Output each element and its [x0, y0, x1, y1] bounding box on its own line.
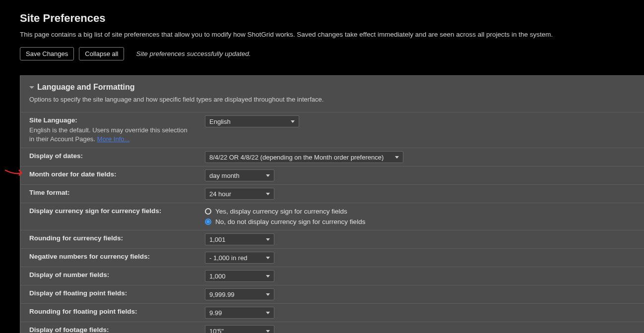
- time-format-label: Time format:: [20, 185, 199, 203]
- section-title: Language and Formatting: [37, 83, 134, 92]
- section-description: Options to specify the site language and…: [29, 92, 635, 109]
- save-changes-button[interactable]: Save Changes: [20, 47, 74, 60]
- currency-sign-no-label: No, do not display currency sign for cur…: [215, 218, 365, 225]
- status-message: Site preferences successfully updated.: [136, 50, 251, 57]
- section-toggle[interactable]: Language and Formatting: [29, 83, 635, 92]
- display-dates-select[interactable]: 8/4/22 OR 4/8/22 (depending on the Month…: [205, 151, 403, 163]
- currency-sign-yes-radio[interactable]: [205, 208, 211, 215]
- row-display-number: Display of number fields: 1,000: [20, 267, 644, 285]
- time-format-select[interactable]: 24 hour: [205, 188, 274, 200]
- negative-currency-label: Negative numbers for currency fields:: [20, 249, 199, 267]
- site-language-help: English is the default. Users may overri…: [29, 126, 193, 144]
- page-title: Site Preferences: [20, 12, 624, 25]
- display-number-select[interactable]: 1,000: [205, 270, 274, 282]
- site-language-label: Site Language:: [29, 116, 193, 124]
- row-time-format: Time format: 24 hour: [20, 184, 644, 203]
- row-rounding-currency: Rounding for currency fields: 1,001: [20, 230, 644, 248]
- month-order-label: Month order for date fields:: [20, 166, 199, 184]
- month-order-select[interactable]: day month: [205, 169, 274, 181]
- display-number-label: Display of number fields:: [20, 267, 199, 285]
- rounding-float-label: Rounding for floating point fields:: [20, 304, 199, 322]
- display-dates-label: Display of dates:: [20, 148, 199, 166]
- row-negative-currency: Negative numbers for currency fields: - …: [20, 248, 644, 267]
- currency-sign-label: Display currency sign for currency field…: [20, 203, 199, 230]
- display-float-label: Display of floating point fields:: [20, 285, 199, 303]
- rounding-currency-label: Rounding for currency fields:: [20, 230, 199, 248]
- site-language-select[interactable]: English: [205, 115, 299, 127]
- rounding-currency-select[interactable]: 1,001: [205, 233, 274, 245]
- collapse-all-button[interactable]: Collapse all: [79, 47, 124, 60]
- display-footage-label: Display of footage fields:: [20, 322, 199, 333]
- preferences-panel: Language and Formatting Options to speci…: [20, 75, 644, 333]
- negative-currency-select[interactable]: - 1,000 in red: [205, 252, 274, 264]
- row-display-footage: Display of footage fields: 10'5": [20, 322, 644, 333]
- row-rounding-float: Rounding for floating point fields: 9.99: [20, 303, 644, 322]
- more-info-link[interactable]: More Info...: [97, 135, 130, 143]
- page-description: This page contains a big list of site pr…: [20, 31, 624, 38]
- display-footage-select[interactable]: 10'5": [205, 325, 274, 333]
- currency-sign-no-radio[interactable]: [205, 219, 211, 225]
- display-float-select[interactable]: 9,999.99: [205, 288, 274, 300]
- row-month-order: Month order for date fields: day month: [20, 166, 644, 184]
- currency-sign-yes-label: Yes, display currency sign for currency …: [215, 208, 347, 215]
- chevron-down-icon: [29, 86, 34, 89]
- rounding-float-select[interactable]: 9.99: [205, 307, 274, 319]
- row-display-float: Display of floating point fields: 9,999.…: [20, 285, 644, 303]
- row-site-language: Site Language: English is the default. U…: [20, 112, 644, 148]
- row-display-dates: Display of dates: 8/4/22 OR 4/8/22 (depe…: [20, 148, 644, 166]
- row-currency-sign: Display currency sign for currency field…: [20, 203, 644, 230]
